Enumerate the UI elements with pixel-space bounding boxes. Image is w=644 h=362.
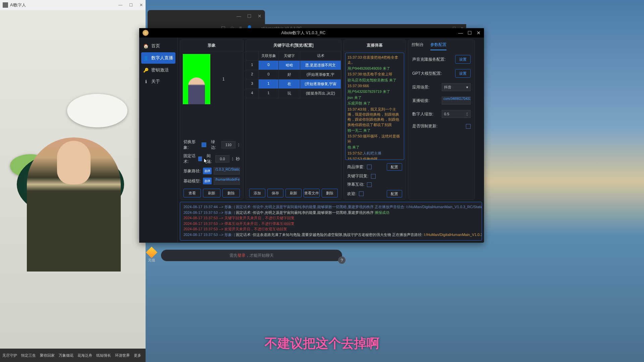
sidebar-item-home[interactable]: 🏠 首页 — [139, 40, 177, 52]
close-icon[interactable]: ✕ — [477, 30, 481, 36]
delete-button[interactable]: 删除 — [222, 189, 240, 197]
video-subtitle: 不建议把这个去掉啊 — [265, 335, 379, 352]
sidebar: 🏠 首页 👤 数字人直播 🔑 密钥激活 ℹ 关于 — [139, 38, 178, 243]
sidebar-item-label: 数字人直播 — [151, 55, 173, 61]
delete-button[interactable]: 删除 — [322, 189, 338, 197]
sidebar-item-digital-human[interactable]: 👤 数字人直播 — [141, 52, 175, 64]
refresh-button[interactable]: 刷新 — [285, 189, 302, 197]
bg-titlebar: AI数字人 — ☐ ✕ — [0, 0, 146, 10]
column-header: 关键字 — [279, 51, 300, 60]
spinner-icon[interactable]: ▲▼ — [237, 142, 240, 147]
save-button[interactable]: 保存 — [267, 189, 283, 197]
person-icon: 👤 — [143, 55, 149, 61]
config-button[interactable]: 配置 — [387, 163, 402, 171]
config-button[interactable]: 配置 — [387, 190, 402, 197]
recharge-label[interactable]: 充值 — [148, 258, 155, 263]
table-row[interactable]: 4 1 玩 {挺挺身而出,决定} — [246, 89, 341, 98]
log-line: 2024-08-17 15:37:53 --> 形象: | 固定话术: 但这条道… — [183, 232, 478, 238]
spinner-icon[interactable]: ▲▼ — [231, 157, 234, 161]
control-panel: 控制台 参数配置 声音克隆服务配置: 设置 GPT大模型配置: 设置 — [408, 40, 475, 200]
chat-input[interactable]: 需先登录，才能开始聊天 ? — [161, 250, 342, 261]
image-panel: 形象 1 切换形象: 绿边: ▲▼ — [180, 40, 244, 200]
maximize-icon[interactable]: ☐ — [468, 30, 472, 36]
table-row[interactable]: 2 0 好 {开始逐渐修复,宇 — [246, 70, 341, 79]
column-header: 关联形象 — [259, 51, 279, 60]
voice-clone-label: 声音克隆服务配置: — [412, 57, 453, 62]
diamond-icon[interactable] — [146, 247, 157, 258]
base-model-input[interactable]: /humanModelFemale — [214, 177, 240, 185]
main-window-title: Aibote数字人 V1.0.3_RC — [281, 30, 325, 36]
danmu-interact-label: 弹幕互动: — [347, 182, 364, 187]
switch-image-label: 切换形象: — [183, 139, 200, 150]
keyword-panel: 关键字话术[预览/配置] 关联形象 关键字 话术 1 0 哈哈 恩,更是连 — [246, 40, 341, 200]
welcome-label: 欢迎: — [347, 191, 356, 197]
view-button[interactable]: 查看 — [183, 189, 201, 197]
browse-button[interactable]: 选择 — [203, 168, 212, 174]
keyword-reply-label: 关键字回复: — [347, 173, 368, 179]
welcome-checkbox[interactable] — [359, 191, 364, 196]
scene-label: 应用场景: — [412, 84, 440, 90]
app-icon — [3, 2, 8, 8]
log-line: 2024-08-17 15:37:53 --> 关键字回复开关未开启，不进行关键… — [183, 215, 478, 221]
image-index: 1 — [222, 77, 225, 81]
sidebar-item-label: 首页 — [151, 43, 160, 49]
key-icon: 🔑 — [143, 67, 149, 73]
bg-window-title: AI数字人 — [10, 2, 26, 8]
tab-console[interactable]: 控制台 — [412, 42, 424, 50]
sidebar-item-activation[interactable]: 🔑 密钥激活 — [139, 64, 177, 76]
image-thumbnail[interactable] — [183, 54, 210, 104]
panel-title: 形象 — [180, 40, 243, 51]
live-link-input[interactable]: com/348901704339 — [442, 97, 471, 105]
set-button[interactable]: 设置 — [455, 69, 471, 78]
minimize-icon[interactable]: — — [458, 30, 463, 36]
scale-input[interactable]: 0.5▲▼ — [442, 110, 471, 118]
browser-close-icon[interactable]: ✕ — [258, 13, 262, 19]
sidebar-item-label: 关于 — [151, 78, 160, 84]
tab-params[interactable]: 参数配置 — [430, 42, 446, 50]
maximize-icon[interactable]: ☐ — [129, 3, 133, 7]
gift-tabs[interactable]: 无尽守护 恒定三生 聚你回家 万象烟花 花海泛舟 纸短情长 环游世界 更多 — [0, 349, 146, 362]
green-border-input[interactable] — [221, 141, 235, 148]
home-icon: 🏠 — [143, 43, 149, 49]
force-update-checkbox[interactable] — [466, 124, 471, 129]
table-row[interactable]: 1 0 哈哈 恩,更是连接不同文 — [246, 61, 341, 70]
column-header: 话术 — [300, 51, 341, 60]
chevron-down-icon: ▾ — [466, 85, 468, 89]
livestream-content: 无尽守护 恒定三生 聚你回家 万象烟花 花海泛舟 纸短情长 环游世界 更多 — [0, 10, 146, 362]
main-titlebar: Aibote数字人 V1.0.3_RC — ☐ ✕ — [139, 28, 484, 38]
aibote-main-window: Aibote数字人 V1.0.3_RC — ☐ ✕ 🏠 首页 👤 数字人直播 🔑… — [139, 28, 484, 243]
sidebar-item-about[interactable]: ℹ 关于 — [139, 76, 177, 87]
view-file-button[interactable]: 查看文件 — [304, 189, 320, 197]
switch-image-checkbox[interactable] — [202, 142, 206, 147]
scale-label: 数字人缩放: — [412, 111, 440, 117]
product-danmu-checkbox[interactable] — [367, 165, 372, 169]
log-line: 2024-08-17 15:37:53 --> 形象: | 固定话术: 传说中,… — [183, 210, 478, 216]
table-row[interactable]: 3 1 在 {开始逐渐修复,宇宙 — [246, 79, 341, 89]
add-button[interactable]: 添加 — [249, 189, 265, 197]
live-link-label: 直播链接: — [412, 98, 440, 104]
interval-unit: 秒 — [236, 156, 240, 162]
browser-maximize-icon[interactable]: ☐ — [247, 13, 252, 19]
keyword-table: 关联形象 关键字 话术 1 0 哈哈 恩,更是连接不同文 2 0 — [246, 51, 341, 187]
refresh-button[interactable]: 刷新 — [203, 189, 220, 197]
scene-select[interactable]: 抖音▾ — [442, 83, 471, 91]
danmu-interact-checkbox[interactable] — [367, 182, 372, 187]
panel-title: 关键字话术[预览/配置] — [246, 40, 341, 51]
image-path-label: 形象路径: — [183, 168, 201, 174]
minimize-icon[interactable]: — — [118, 3, 122, 7]
help-icon[interactable]: ? — [338, 256, 345, 264]
log-panel[interactable]: 2024-08-17 15:37:44 --> 形象: | 固定话术: 传说中,… — [180, 202, 482, 241]
image-path-input[interactable]: /1.0.3_RC/Static/Img — [214, 167, 240, 175]
keyword-reply-checkbox[interactable] — [371, 174, 376, 179]
browser-minimize-icon[interactable]: — — [236, 13, 241, 19]
fixed-talk-checkbox[interactable] — [198, 157, 202, 161]
close-icon[interactable]: ✕ — [140, 3, 143, 7]
login-link[interactable]: 登录 — [237, 253, 246, 258]
product-danmu-label: 商品弹窗: — [347, 164, 364, 170]
danmu-list[interactable]: 15:37:33:你直接把他4把枪全拿走。 用户9449266549059 来了… — [345, 53, 404, 160]
set-button[interactable]: 设置 — [455, 55, 471, 64]
interval-input[interactable] — [215, 155, 229, 163]
interval-label: 间隔: — [207, 153, 213, 165]
panel-title: 直播弹幕 — [344, 40, 406, 51]
browse-button[interactable]: 选择 — [203, 178, 212, 184]
